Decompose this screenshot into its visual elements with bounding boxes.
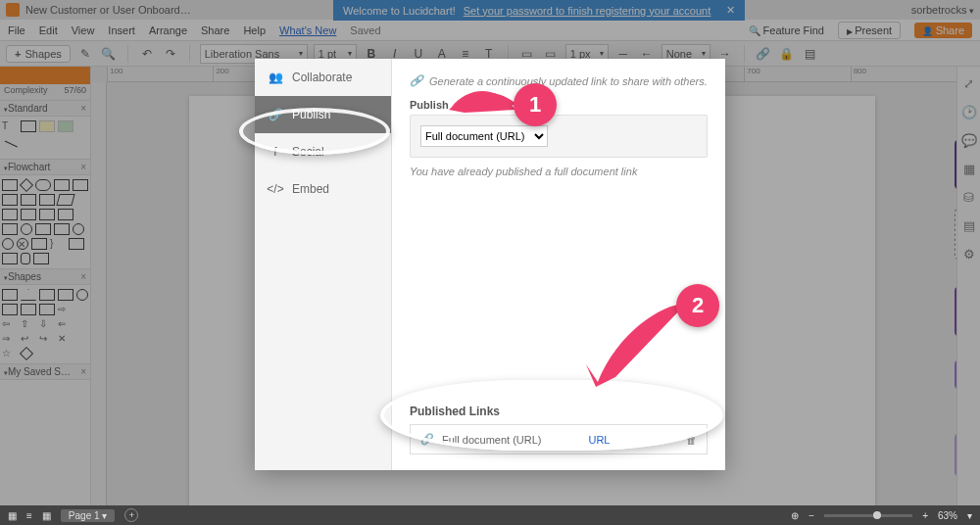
sidebar-item-collaborate[interactable]: 👥 Collaborate <box>255 59 391 96</box>
zoom-out-icon[interactable]: − <box>808 510 814 521</box>
zoom-value[interactable]: 63% <box>938 510 957 521</box>
tutorial-step-1: 1 <box>514 83 557 126</box>
published-link-row: 🔗 Full document (URL) URL 🗑 <box>410 424 708 454</box>
grid-icon[interactable]: ▦ <box>42 510 51 521</box>
people-icon: 👥 <box>269 71 282 84</box>
publish-label: Publish <box>410 99 708 111</box>
sidebar-item-embed[interactable]: </> Embed <box>255 170 391 208</box>
page-tab[interactable]: Page 1 ▾ <box>61 509 115 522</box>
share-modal: 👥 Collaborate 🔗 Publish f Social </> Emb… <box>255 59 725 470</box>
publish-box: Full document (URL) <box>410 115 708 158</box>
zoom-in-icon[interactable]: + <box>922 510 928 521</box>
link-icon: 🔗 <box>410 74 423 87</box>
link-icon: 🔗 <box>420 433 434 446</box>
link-url[interactable]: URL <box>588 434 610 446</box>
link-icon: 🔗 <box>269 108 282 121</box>
modal-sidebar: 👥 Collaborate 🔗 Publish f Social </> Emb… <box>255 59 392 470</box>
zoom-slider[interactable] <box>824 514 912 517</box>
link-name: Full document (URL) <box>442 434 541 446</box>
sidebar-item-social[interactable]: f Social <box>255 133 391 170</box>
modal-content: 🔗 Generate a continuously updated link t… <box>392 59 725 470</box>
modal-close-icon[interactable]: ✕ <box>703 62 714 77</box>
code-icon: </> <box>269 182 282 196</box>
already-published-text: You have already published a full docume… <box>410 166 708 177</box>
target-icon[interactable]: ⊕ <box>791 510 799 521</box>
facebook-icon: f <box>269 145 282 159</box>
status-bar: ▦ ≡ ▦ Page 1 ▾ + ⊕ − + 63% ▾ <box>0 505 980 525</box>
trash-icon[interactable]: 🗑 <box>686 434 697 446</box>
sidebar-item-publish[interactable]: 🔗 Publish <box>255 96 391 133</box>
presentation-icon[interactable]: ▦ <box>8 510 17 521</box>
list-icon[interactable]: ≡ <box>26 510 32 521</box>
tutorial-step-2: 2 <box>676 284 719 327</box>
published-links-label: Published Links <box>410 405 708 418</box>
modal-hint: 🔗 Generate a continuously updated link t… <box>410 74 708 87</box>
add-page-button[interactable]: + <box>124 508 138 522</box>
chevron-down-icon[interactable]: ▾ <box>967 510 972 521</box>
publish-format-select[interactable]: Full document (URL) <box>420 125 548 147</box>
